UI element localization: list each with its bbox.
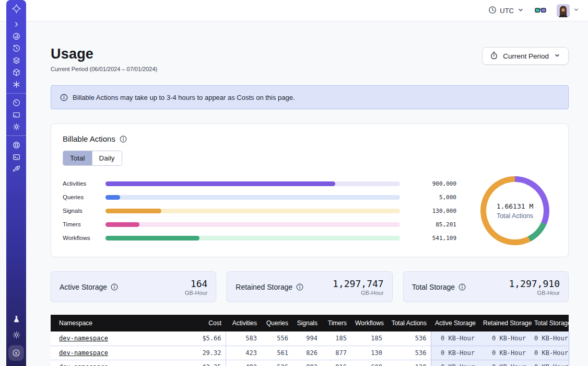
active-storage-label: Active Storage xyxy=(60,283,107,291)
active-storage-value: 164 xyxy=(185,278,207,289)
retained-storage-value: 1,297,747 xyxy=(333,278,384,289)
namespace-link[interactable]: dev-namespace xyxy=(59,363,108,366)
col-total-storage: Total Storage xyxy=(530,315,569,331)
namespace-link[interactable]: dev-namespace xyxy=(59,349,108,357)
bar-label: Workflows xyxy=(63,235,96,241)
billable-view-tabs: Total Daily xyxy=(63,151,122,166)
info-icon xyxy=(60,94,68,101)
cell-active-storage: 0 KB-Hour xyxy=(431,360,479,366)
temporal-logo[interactable] xyxy=(10,3,22,14)
dollar-coin-icon[interactable]: $ xyxy=(8,345,24,361)
period-dropdown-button[interactable]: Current Period xyxy=(482,47,569,65)
cell-cost: 29.32 xyxy=(176,346,226,360)
table-header-row: Namespace Cost Activities Queries Signal… xyxy=(51,315,569,331)
lifebuoy-icon[interactable] xyxy=(10,140,22,150)
billable-actions-title: Billable Actions xyxy=(63,134,115,143)
total-storage-value: 1,297,910 xyxy=(509,278,560,289)
cell-active-storage: 0 KB-Hour xyxy=(431,331,479,346)
layers-icon[interactable] xyxy=(10,55,22,65)
cell-timers: 877 xyxy=(322,346,351,360)
retained-storage-label: Retained Storage xyxy=(236,283,292,291)
gear-icon[interactable] xyxy=(10,121,22,132)
info-icon[interactable] xyxy=(120,135,127,143)
sidebar: $ xyxy=(6,0,26,366)
timezone-label: UTC xyxy=(500,7,514,15)
sidebar-divider xyxy=(6,93,26,94)
cell-total-storage: 0 KB-Hour xyxy=(530,346,569,360)
bar-track xyxy=(105,209,400,213)
bar-row-timers: Timers 85,201 xyxy=(63,218,456,231)
sidebar-bottom-group: $ xyxy=(8,314,24,361)
topbar: UTC xyxy=(0,0,588,21)
info-icon[interactable] xyxy=(111,283,118,291)
bar-value: 5,000 xyxy=(409,194,456,201)
info-banner-text: Billable Actions may take up to 3-4 hour… xyxy=(73,94,295,101)
bar-fill xyxy=(105,195,120,200)
table-row: dev-namespace $5.66 583 556 994 185 185 … xyxy=(51,331,569,346)
col-retained-storage: Retained Storage xyxy=(479,315,530,331)
info-icon[interactable] xyxy=(458,283,466,291)
current-period-subtitle: Current Period (06/01/2024 – 07/01/2024) xyxy=(51,66,157,72)
collapse-chevron-right-icon[interactable] xyxy=(10,19,22,29)
col-namespace: Namespace xyxy=(51,315,176,331)
bar-label: Signals xyxy=(63,208,96,214)
bar-row-signals: Signals 130,000 xyxy=(63,204,456,218)
cell-signals: 994 xyxy=(292,331,322,346)
history-icon[interactable] xyxy=(10,43,22,53)
terminal-icon[interactable] xyxy=(10,152,22,162)
cell-total-storage: 0 KB-Hour xyxy=(530,331,569,346)
svg-text:$: $ xyxy=(15,351,18,356)
cell-cost: $3.35 xyxy=(176,360,226,366)
cell-total-storage: 0 KB-Hour xyxy=(530,360,569,366)
sidebar-divider xyxy=(6,135,26,136)
chevron-down-icon xyxy=(517,6,524,15)
cell-signals: 826 xyxy=(292,346,322,360)
sun-icon[interactable] xyxy=(10,329,22,340)
col-queries: Queries xyxy=(261,315,292,331)
asterisk-icon[interactable] xyxy=(10,79,22,89)
cell-active-storage: 0 KB-Hour xyxy=(431,346,479,360)
tab-daily[interactable]: Daily xyxy=(92,151,122,165)
bar-row-workflows: Workflows 541,109 xyxy=(63,231,456,245)
bar-fill xyxy=(105,236,199,241)
col-active-storage: Active Storage xyxy=(431,315,479,331)
timezone-selector[interactable]: UTC xyxy=(488,6,524,16)
cube-icon[interactable] xyxy=(10,67,22,77)
bar-label: Activities xyxy=(63,180,96,187)
col-workflows: Workflows xyxy=(351,315,386,331)
bar-track xyxy=(105,181,400,186)
col-total-actions: Total Actions xyxy=(386,315,431,331)
cell-activities: 423 xyxy=(226,346,261,360)
col-cost: Cost xyxy=(176,315,226,331)
cell-queries: 536 xyxy=(261,360,292,366)
table-row: dev-namespace 29.32 423 561 826 877 130 … xyxy=(51,346,569,360)
page-title: Usage xyxy=(51,46,157,62)
chevron-down-icon xyxy=(554,52,561,61)
credit-card-icon[interactable] xyxy=(10,109,22,120)
rocket-icon[interactable] xyxy=(10,164,22,174)
gauge-icon[interactable] xyxy=(10,97,22,108)
total-storage-unit: GB-Hour xyxy=(509,290,560,296)
bar-label: Timers xyxy=(63,221,96,227)
account-menu[interactable] xyxy=(557,4,580,17)
usage-page: Usage Current Period (06/01/2024 – 07/01… xyxy=(26,46,588,366)
avatar xyxy=(557,4,570,17)
bar-track xyxy=(105,222,400,227)
bar-value: 85,201 xyxy=(409,221,456,228)
info-icon[interactable] xyxy=(296,283,303,291)
total-storage-card: Total Storage 1,297,910 GB-Hour xyxy=(403,271,569,302)
flask-icon[interactable] xyxy=(10,314,22,324)
cell-signals: 883 xyxy=(292,360,322,366)
3d-glasses-icon[interactable] xyxy=(535,6,546,15)
namespace-link[interactable]: dev-namespace xyxy=(59,335,108,342)
donut-total-value: 1.66131 M xyxy=(497,202,533,210)
bar-fill xyxy=(105,181,335,186)
swirl-icon[interactable] xyxy=(10,31,22,41)
total-actions-donut: 1.66131 M Total Actions xyxy=(480,176,549,245)
bar-value: 130,000 xyxy=(409,208,456,214)
bar-fill xyxy=(105,209,161,213)
namespace-usage-table: Namespace Cost Activities Queries Signal… xyxy=(51,315,569,366)
retained-storage-unit: GB-Hour xyxy=(333,290,384,296)
cell-retained-storage: 0 KB-Hour xyxy=(479,360,530,366)
tab-total[interactable]: Total xyxy=(63,151,92,165)
